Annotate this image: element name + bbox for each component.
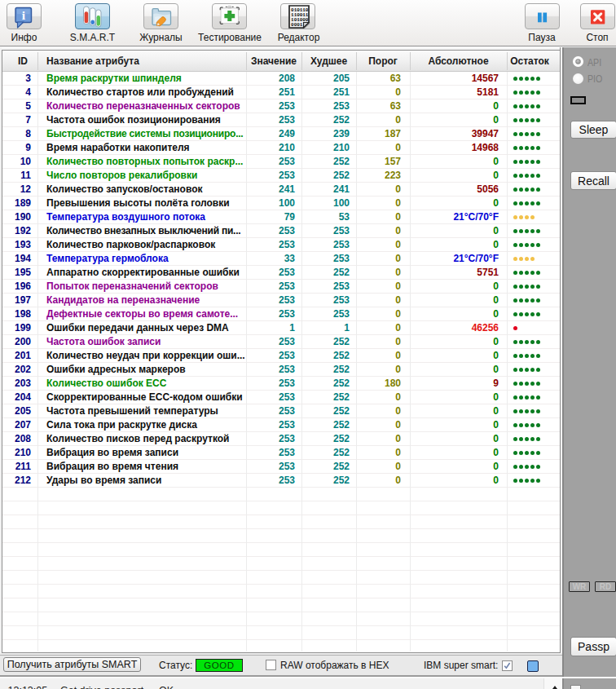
svg-text:0001: 0001 bbox=[291, 22, 303, 28]
svg-text:i: i bbox=[22, 8, 26, 22]
